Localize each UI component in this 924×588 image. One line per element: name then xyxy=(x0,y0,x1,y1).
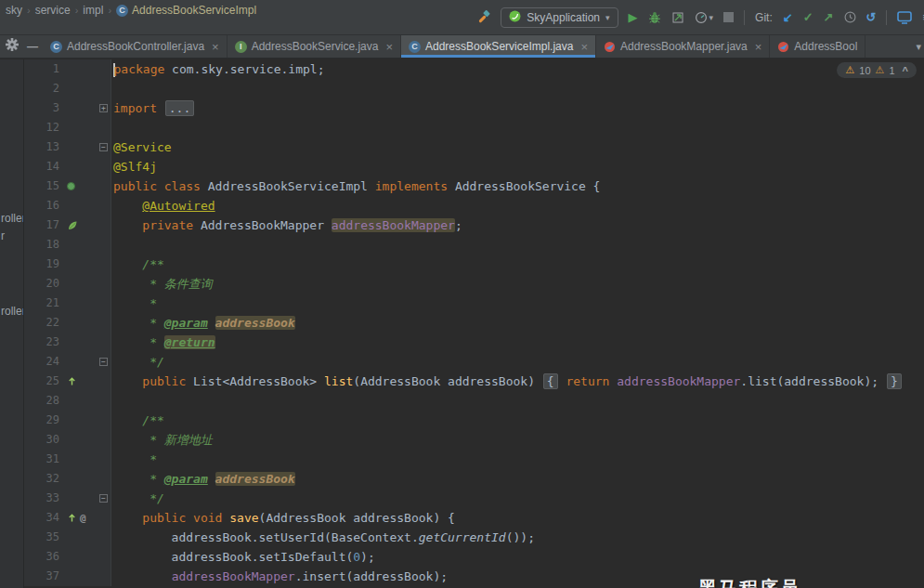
editor-tab[interactable]: CAddressBookServiceImpl.java× xyxy=(401,35,596,58)
gear-icon[interactable] xyxy=(6,38,19,55)
git-commit-button[interactable]: ✓ xyxy=(803,10,813,24)
line-number[interactable]: 32 xyxy=(24,469,63,489)
line-number[interactable]: 15 xyxy=(24,176,63,196)
line-number[interactable]: 14 xyxy=(24,157,63,176)
code-text[interactable]: public void save(AddressBook addressBook… xyxy=(111,508,924,528)
code-text[interactable]: private AddressBookMapper addressBookMap… xyxy=(111,216,924,235)
breadcrumb-item[interactable]: service xyxy=(35,4,71,17)
tab-close-icon[interactable]: × xyxy=(580,40,588,54)
line-number[interactable]: 2 xyxy=(24,79,63,98)
line-number[interactable]: 1 xyxy=(24,59,63,79)
code-text[interactable] xyxy=(111,79,924,98)
git-update-button[interactable]: ↙ xyxy=(783,10,793,24)
line-number[interactable]: 20 xyxy=(24,274,63,294)
code-text[interactable]: import ... xyxy=(111,98,924,118)
code-text[interactable]: * 新增地址 xyxy=(111,430,924,450)
code-text[interactable]: public List<AddressBook> list(AddressBoo… xyxy=(111,372,924,391)
at-gutter-icon[interactable]: @ xyxy=(80,508,86,528)
git-push-button[interactable]: ↗ xyxy=(824,10,834,24)
line-number[interactable]: 12 xyxy=(24,118,63,137)
line-number[interactable]: 33 xyxy=(24,489,63,508)
clipped-tree-item[interactable]: roller xyxy=(1,305,24,318)
code-text[interactable]: * xyxy=(111,294,924,313)
tab-close-icon[interactable]: × xyxy=(755,40,762,54)
editor-tab[interactable]: AddressBool xyxy=(770,35,865,58)
line-number[interactable]: 28 xyxy=(24,391,63,411)
line-number[interactable]: 24 xyxy=(24,352,63,372)
editor-tab[interactable]: AddressBookMapper.java× xyxy=(596,35,770,58)
code-text[interactable]: addressBookMapper.insert(addressBook); xyxy=(111,567,924,586)
clipped-tree-item[interactable]: r xyxy=(1,229,5,242)
profiler-button[interactable]: ▾ xyxy=(695,11,714,24)
code-area[interactable]: 1package com.sky.service.impl;23+import … xyxy=(24,59,924,588)
line-number[interactable]: 22 xyxy=(24,313,63,333)
code-text[interactable]: * @return xyxy=(111,333,924,352)
line-number[interactable]: 16 xyxy=(24,196,63,216)
code-text[interactable]: package com.sky.service.impl; xyxy=(111,59,924,79)
code-text[interactable]: * 条件查询 xyxy=(111,274,924,294)
line-number[interactable]: 19 xyxy=(24,255,63,274)
inspections-widget[interactable]: ⚠ 10 ⚠ 1 ^ xyxy=(837,62,917,78)
line-number[interactable]: 29 xyxy=(24,411,63,430)
fold-marker-icon[interactable]: − xyxy=(99,143,108,151)
line-number[interactable]: 23 xyxy=(24,333,63,352)
code-text[interactable] xyxy=(111,235,924,255)
impl-gutter-icon[interactable] xyxy=(67,376,77,386)
breadcrumb-item[interactable]: impl xyxy=(83,4,103,17)
line-number[interactable]: 3 xyxy=(24,98,63,118)
code-text[interactable]: * xyxy=(111,450,924,469)
line-number[interactable]: 17 xyxy=(24,216,63,235)
line-number[interactable]: 34 xyxy=(24,508,63,528)
tab-close-icon[interactable]: × xyxy=(212,40,219,54)
coverage-button[interactable] xyxy=(671,11,684,24)
line-number[interactable]: 21 xyxy=(24,294,63,313)
build-tool-icon[interactable] xyxy=(476,10,490,24)
hide-panel-icon[interactable]: — xyxy=(27,41,38,52)
code-text[interactable]: /** xyxy=(111,255,924,274)
code-text[interactable] xyxy=(111,118,924,137)
code-text[interactable]: /** xyxy=(111,411,924,430)
fold-marker-icon[interactable]: − xyxy=(99,494,108,503)
code-text[interactable]: @Autowired xyxy=(111,196,924,216)
debug-button[interactable] xyxy=(648,11,661,24)
code-text[interactable] xyxy=(111,391,924,411)
breadcrumb-item[interactable]: sky xyxy=(6,4,22,17)
leaf-gutter-icon[interactable] xyxy=(67,220,78,231)
code-text[interactable]: public class AddressBookServiceImpl impl… xyxy=(111,176,924,196)
impl-gutter-icon[interactable] xyxy=(67,513,77,523)
clipped-tree-item[interactable]: roller xyxy=(1,212,24,225)
code-text[interactable]: * @param addressBook xyxy=(111,469,924,489)
stop-button[interactable] xyxy=(723,12,734,22)
tabs-dropdown-icon[interactable]: ▾ xyxy=(916,41,921,53)
rollback-button[interactable]: ↺ xyxy=(866,10,877,24)
fold-marker-icon[interactable]: − xyxy=(99,358,108,366)
code-text[interactable]: @Slf4j xyxy=(111,157,924,176)
bean-gutter-icon[interactable] xyxy=(67,182,75,190)
code-text[interactable]: @Service xyxy=(111,137,924,157)
code-text[interactable]: */ xyxy=(111,489,924,508)
code-text[interactable]: addressBook.setIsDefault(0); xyxy=(111,547,924,567)
code-token: public xyxy=(142,374,186,388)
line-number[interactable]: 31 xyxy=(24,450,63,469)
code-text[interactable]: addressBook.setUserId(BaseContext.getCur… xyxy=(111,528,924,547)
history-clock-icon[interactable] xyxy=(844,11,856,23)
editor-tab[interactable]: IAddressBookService.java× xyxy=(228,35,401,58)
fold-marker-icon[interactable]: + xyxy=(99,104,108,112)
line-number[interactable]: 25 xyxy=(24,372,63,391)
line-number[interactable]: 37 xyxy=(24,567,63,586)
breadcrumb-item[interactable]: CAddressBookServiceImpl xyxy=(116,4,256,17)
code-text[interactable]: * @param addressBook xyxy=(111,313,924,333)
run-button[interactable]: ▶ xyxy=(629,10,638,24)
code-text[interactable]: */ xyxy=(111,352,924,372)
line-number[interactable]: 36 xyxy=(24,547,63,567)
chevron-down-icon: ▾ xyxy=(605,13,610,22)
tab-close-icon[interactable]: × xyxy=(385,40,393,54)
line-number[interactable]: 13 xyxy=(24,137,63,157)
line-number[interactable]: 18 xyxy=(24,235,63,255)
line-number[interactable]: 35 xyxy=(24,528,63,547)
run-config-select[interactable]: SkyApplication ▾ xyxy=(501,7,618,28)
terminal-monitor-icon[interactable] xyxy=(897,11,912,24)
editor-tab[interactable]: CAddressBookController.java× xyxy=(43,35,228,58)
chevron-up-icon[interactable]: ^ xyxy=(903,65,908,76)
line-number[interactable]: 30 xyxy=(24,430,63,450)
